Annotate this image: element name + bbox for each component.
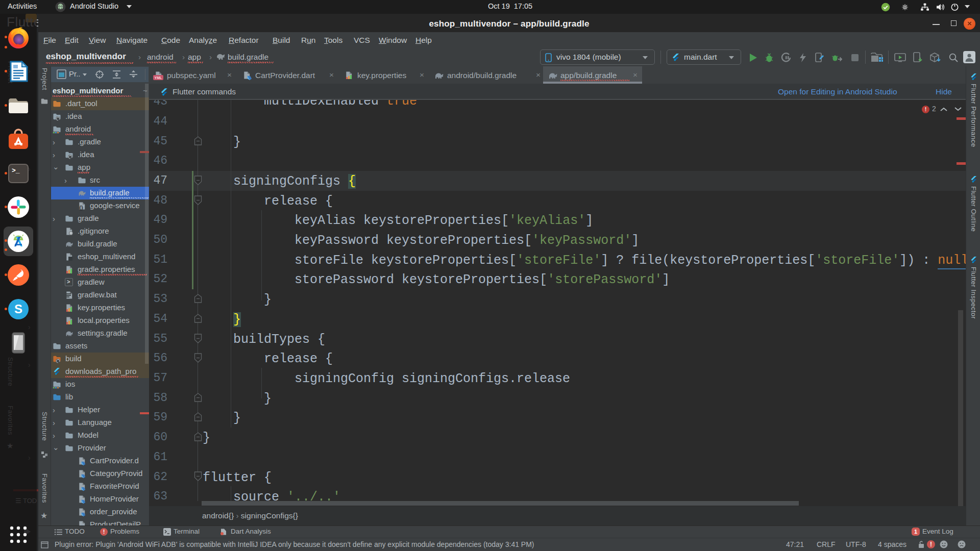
svg-text:S: S	[14, 302, 22, 316]
svg-text:>_: >_	[12, 167, 20, 174]
